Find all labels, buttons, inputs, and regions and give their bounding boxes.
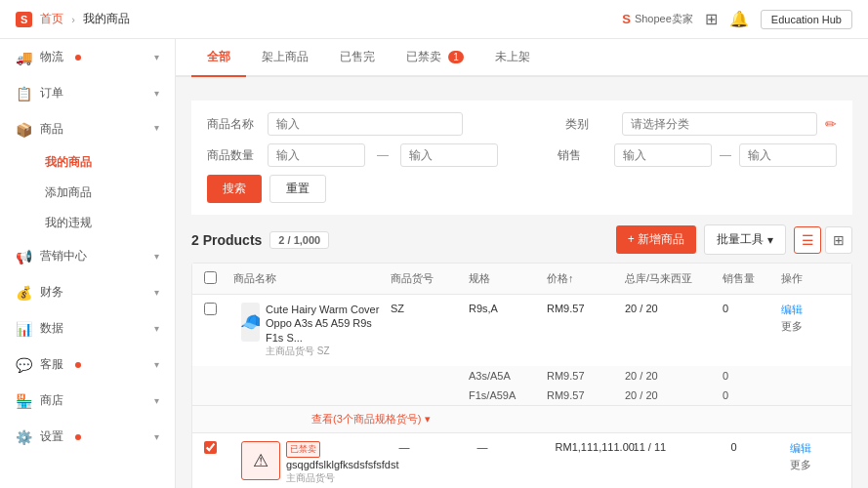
p1-edit-link[interactable]: 编辑 [781,303,803,317]
p2-edit-link[interactable]: 编辑 [790,441,811,456]
marketing-arrow: ▾ [154,251,159,262]
sidebar: 🚚 物流 ▾ 📋 订单 ▾ 📦 商品 ▴ 我的商品 [0,39,176,488]
product-tabs: 全部 架上商品 已售完 已禁卖 1 未上架 [176,39,868,77]
p2-checkbox-cell [204,441,233,454]
p1-v3-stock: 20 / 20 [625,389,723,401]
p1-expand-row[interactable]: 查看(3个商品规格货号) ▾ [192,405,851,432]
th-price: 价格↑ [547,271,625,286]
bulk-tools-label: 批量工具 [717,231,764,248]
tab-sold-out-label: 已售完 [340,50,375,63]
filter-row-1: 商品名称 类别 ✏ [207,112,837,136]
th-checkbox [204,271,233,286]
bulk-tools-button[interactable]: 批量工具 ▾ [704,224,786,255]
tab-shelf[interactable]: 架上商品 [246,39,324,77]
sales-filter-input-1[interactable] [614,143,712,167]
p1-price-cell: RM9.57 [547,303,625,314]
sidebar-item-data[interactable]: 📊 数据 ▾ [0,310,175,346]
products-icon: 📦 [16,122,32,138]
type-edit-icon[interactable]: ✏ [825,116,837,132]
main-inner: 商品名称 类别 ✏ 商品数量 — 销售 — [176,89,868,488]
tab-all[interactable]: 全部 [191,39,246,77]
main-layout: 🚚 物流 ▾ 📋 订单 ▾ 📦 商品 ▴ 我的商品 [0,39,868,488]
reset-button[interactable]: 重置 [269,175,326,203]
product-list-header: 2 Products 2 / 1,000 + 新增商品 批量工具 ▾ ☰ ⊞ [191,224,852,255]
sidebar-item-logistics[interactable]: 🚚 物流 ▾ [0,39,175,75]
th-variations: 规格 [469,271,547,286]
type-filter-input[interactable] [622,112,817,136]
filter-section: 商品名称 类别 ✏ 商品数量 — 销售 — [191,101,852,215]
select-all-checkbox[interactable] [204,271,217,284]
p2-tag: 已禁卖 [286,441,320,458]
th-sku: 商品货号 [391,271,469,286]
name-filter-input[interactable] [268,112,463,136]
p1-name-cell: 🧢 Cute Hairy Warm Cover Oppo A3s A5 A59 … [233,303,391,358]
sidebar-item-finance-inner: 💰 财务 [16,284,63,301]
add-products-label: 添加商品 [45,184,92,201]
product-count: 2 Products 2 / 1,000 [191,231,329,249]
filter-row-2: 商品数量 — 销售 — [207,143,837,167]
bell-icon[interactable]: 🔔 [729,10,749,28]
p2-price: RM1,111,111.00 [556,441,635,453]
p2-image: ⚠ [241,441,280,480]
top-nav-left: S 首页 › 我的商品 [16,11,130,27]
shopee-logo-text: S [622,12,631,26]
grid-view-button[interactable]: ⊞ [825,226,852,254]
sidebar-item-settings[interactable]: ⚙️ 设置 ▾ [0,419,175,455]
p1-checkbox[interactable] [204,303,217,315]
p2-checkbox[interactable] [204,441,217,454]
user-button[interactable]: Education Hub [761,10,852,29]
sales-filter-label: 销售 [558,147,606,164]
tab-unlisted[interactable]: 未上架 [479,39,546,77]
sidebar-item-orders[interactable]: 📋 订单 ▾ [0,75,175,111]
quantity-filter-input-2[interactable] [400,143,498,167]
tab-banned-label: 已禁卖 [406,50,441,63]
sidebar-sub-products: 我的商品 添加商品 我的违规 [0,147,175,238]
sidebar-item-shop[interactable]: 🏪 商店 ▾ [0,383,175,419]
breadcrumb-home[interactable]: 首页 [40,11,63,27]
type-filter-label: 类别 [565,116,614,133]
p2-sales: 0 [731,441,737,453]
logistics-dot [75,55,81,61]
sidebar-sub-my-products[interactable]: 我的商品 [37,147,175,178]
sidebar-sub-add-products[interactable]: 添加商品 [37,178,175,208]
quantity-filter-input-1[interactable] [268,143,365,167]
sales-filter-input-2[interactable] [739,143,837,167]
search-button[interactable]: 搜索 [207,175,262,203]
p2-sales-cell: 0 [731,441,790,453]
product-main-row-1: 🧢 Cute Hairy Warm Cover Oppo A3s A5 A59 … [192,295,851,366]
p2-name: gsqgdfslklgfksdsfsfsfdst [286,458,399,471]
sidebar-item-orders-label: 订单 [40,85,63,102]
p1-v3-spec: F1s/A59A [469,389,547,401]
tab-sold-out[interactable]: 已售完 [324,39,391,77]
p1-more-link[interactable]: 更多 [781,319,803,334]
p1-stock: 20 / 20 [625,303,658,314]
grid-icon[interactable]: ⊞ [705,10,718,28]
p1-sales-cell: 0 [723,303,781,314]
products-arrow: ▴ [154,124,159,135]
sidebar-item-shop-label: 商店 [40,392,63,409]
p2-spec-cell: — [477,441,556,453]
p1-image-name: 🧢 Cute Hairy Warm Cover Oppo A3s A5 A59 … [241,303,391,358]
tab-banned[interactable]: 已禁卖 1 [391,39,479,77]
list-view-button[interactable]: ☰ [794,226,821,254]
tab-banned-badge: 1 [448,51,464,63]
p1-v2-stock: 20 / 20 [625,370,723,382]
tab-all-label: 全部 [207,50,230,63]
sidebar-item-products[interactable]: 📦 商品 ▴ [0,111,175,147]
p1-checkbox-cell [204,303,233,315]
p2-more-link[interactable]: 更多 [790,458,811,472]
data-icon: 📊 [16,321,32,337]
top-nav: S 首页 › 我的商品 S Shopee卖家 ⊞ 🔔 Education Hub [0,0,868,39]
settings-arrow: ▾ [154,431,159,442]
sidebar-item-customer-inner: 💬 客服 [16,356,81,373]
sidebar-item-marketing[interactable]: 📢 营销中心 ▾ [0,238,175,274]
sidebar-sub-my-violations[interactable]: 我的违规 [37,208,175,238]
sidebar-item-finance[interactable]: 💰 财务 ▾ [0,274,175,310]
product-count-label: 2 Products [191,232,262,248]
sidebar-item-customer[interactable]: 💬 客服 ▾ [0,346,175,383]
p1-sales: 0 [723,303,728,314]
add-product-button[interactable]: + 新增商品 [616,225,696,254]
bulk-tools-chevron: ▾ [767,233,773,247]
settings-dot [75,434,81,440]
p2-name-cell: ⚠ 已禁卖 gsqgdfslklgfksdsfsfsfdst 主商品货号 [233,441,399,485]
